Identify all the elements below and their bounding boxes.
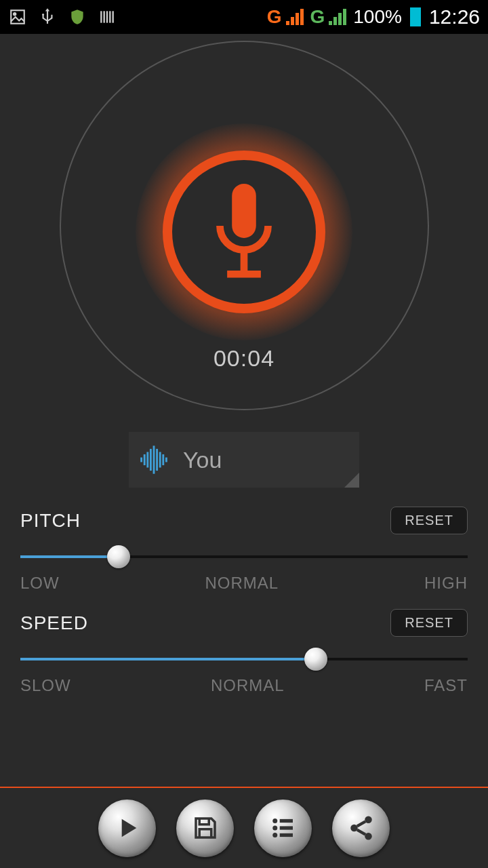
usb-icon <box>38 7 57 26</box>
voice-preset-selector[interactable]: You <box>129 432 359 488</box>
svg-line-29 <box>357 830 365 835</box>
svg-point-27 <box>365 833 372 840</box>
svg-rect-24 <box>279 833 292 837</box>
svg-point-26 <box>350 825 358 832</box>
status-bar: G G 100% 12:26 <box>0 0 488 34</box>
svg-point-19 <box>272 818 277 823</box>
speed-control: SPEED RESET SLOW NORMAL FAST <box>20 609 468 695</box>
speed-reset-button[interactable]: RESET <box>390 609 468 637</box>
speed-label-normal: NORMAL <box>211 676 285 695</box>
clock: 12:26 <box>429 5 480 28</box>
svg-rect-7 <box>232 184 256 238</box>
voice-preset-label: You <box>183 447 222 473</box>
save-button[interactable] <box>176 800 234 857</box>
pitch-reset-button[interactable]: RESET <box>390 507 468 534</box>
pitch-slider[interactable] <box>20 545 468 568</box>
waveform-icon <box>138 444 169 475</box>
battery-percentage: 100% <box>353 6 402 28</box>
record-ring: 00:04 <box>60 41 429 410</box>
svg-rect-22 <box>279 826 292 829</box>
svg-point-1 <box>14 13 16 15</box>
image-icon <box>8 7 27 26</box>
signal1-icon <box>286 9 304 25</box>
speed-slider[interactable] <box>20 648 468 671</box>
pitch-label-high: HIGH <box>424 574 468 593</box>
list-icon <box>269 814 298 842</box>
bottom-bar <box>0 787 488 868</box>
svg-point-23 <box>272 833 277 837</box>
svg-rect-0 <box>11 10 24 24</box>
play-button[interactable] <box>98 800 156 857</box>
microphone-icon <box>207 178 281 286</box>
barcode-icon <box>98 7 117 26</box>
network2-type: G <box>310 6 325 28</box>
pitch-label-low: LOW <box>20 574 60 593</box>
status-right: G G 100% 12:26 <box>267 5 480 28</box>
record-button[interactable] <box>163 151 325 313</box>
speed-label-slow: SLOW <box>20 676 71 695</box>
signal2-icon <box>329 9 346 25</box>
svg-line-28 <box>357 821 365 826</box>
pitch-title: PITCH <box>20 510 81 532</box>
shield-icon <box>68 7 87 26</box>
save-icon <box>191 814 220 842</box>
play-icon <box>114 814 141 842</box>
speed-thumb[interactable] <box>304 648 327 671</box>
svg-rect-20 <box>279 819 292 823</box>
pitch-thumb[interactable] <box>107 545 130 568</box>
svg-point-25 <box>365 816 372 824</box>
record-glow <box>136 123 352 340</box>
list-button[interactable] <box>254 800 312 857</box>
network1-type: G <box>267 6 282 28</box>
share-button[interactable] <box>332 800 390 857</box>
pitch-label-normal: NORMAL <box>205 574 279 593</box>
svg-point-21 <box>272 826 277 831</box>
sliders-zone: PITCH RESET LOW NORMAL HIGH SPEED RESET <box>0 488 488 711</box>
app-area: 00:04 You PITCH RESET <box>0 34 488 868</box>
share-icon <box>347 814 375 842</box>
status-left <box>8 7 117 26</box>
battery-icon <box>410 7 421 26</box>
speed-label-fast: FAST <box>424 676 468 695</box>
record-zone: 00:04 <box>0 34 488 410</box>
recording-timer: 00:04 <box>214 345 274 372</box>
pitch-control: PITCH RESET LOW NORMAL HIGH <box>20 507 468 593</box>
speed-title: SPEED <box>20 612 88 634</box>
